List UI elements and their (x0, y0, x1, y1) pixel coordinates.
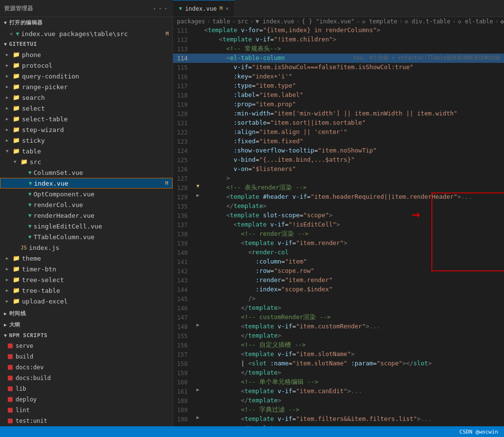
npm-dot (8, 343, 13, 348)
tab-close-icon[interactable]: ✕ (226, 5, 229, 12)
line-142: 142 :row="scope.row" (173, 266, 504, 276)
npm-label-lint: lint (16, 407, 30, 414)
npm-item-test-unit[interactable]: test:unit (0, 416, 173, 426)
tree-item-rendercol-vue[interactable]: ▼ renderCol.vue (0, 199, 173, 210)
tree-item-timer-btn[interactable]: ▶ 📁 timer-btn (0, 264, 173, 274)
line-141: 141 :column="item" (173, 257, 504, 266)
tree-item-upload-excel[interactable]: ▶ 📁 upload-excel (0, 296, 173, 306)
line-143: 143 :render="item.render" (173, 276, 504, 285)
npm-item-docs-dev[interactable]: docs:dev (0, 362, 173, 373)
line-116: 116 :key="index+'i'" (173, 72, 504, 81)
npm-label-docs-build: docs:build (16, 375, 51, 381)
line-156: 156 <!-- 自定义插槽 --> (173, 341, 504, 350)
npm-scripts-header[interactable]: ▼ NPM SCRIPTS (0, 330, 173, 341)
tree-item-step-wizard[interactable]: ▶ 📁 step-wizard (0, 124, 173, 135)
npm-item-serve[interactable]: serve (0, 341, 173, 351)
bottom-bar: CSDN @wocwin (0, 426, 504, 437)
tree-item-theme[interactable]: ▶ 📁 theme (0, 253, 173, 264)
line-121: 121 :sortable="item.sort||item.sortable" (173, 118, 504, 128)
outline-header[interactable]: ▶ 大纲 (0, 319, 173, 330)
tree-item-sticky[interactable]: ▶ 📁 sticky (0, 135, 173, 146)
line-189: 189 <!-- 字典过滤 --> (173, 405, 504, 415)
tree-item-query-condition[interactable]: ▶ 📁 query-condition (0, 71, 173, 81)
line-161: 161 ▶ <template v-if="item.canEdit">... (173, 387, 504, 396)
open-editors-label: 打开的编辑器 (9, 19, 43, 26)
npm-item-docs-build[interactable]: docs:build (0, 373, 173, 383)
npm-dot (8, 386, 13, 391)
tabs-bar: ▼ index.vue M ✕ (173, 0, 504, 17)
line-113: 113 <!-- 常规表头--> (173, 44, 504, 54)
line-136: 136 <template slot-scope="scope"> (173, 211, 504, 220)
chevron-icon: ▼ (4, 20, 7, 25)
line-135: 135 </template> (173, 202, 504, 211)
tree-item-select-table[interactable]: ▶ 📁 select-table (0, 114, 173, 124)
editor-wrapper[interactable]: 111 <template v-for="{item,index} in ren… (173, 26, 504, 426)
npm-item-lib[interactable]: lib (0, 383, 173, 394)
tree-item-src[interactable]: ▼ 📁 src (0, 156, 173, 167)
line-128: 128 ▼ <!-- 表头render渲染 --> (173, 183, 504, 192)
line-124: 124 :show-overflow-tooltip="item.noShowT… (173, 146, 504, 155)
line-145: 145 /> (173, 294, 504, 304)
tree-item-index-vue[interactable]: ▼ index.vue M (0, 178, 173, 189)
line-115: 115 v-if="item.isShowCol===false?item.is… (173, 63, 504, 72)
npm-item-lint[interactable]: lint (0, 405, 173, 416)
giteetui-header[interactable]: ▼ GITEETUI (0, 39, 173, 49)
npm-dot (8, 408, 13, 413)
explorer-title: 资源管理器 (4, 4, 33, 13)
tree-item-optcomponent-vue[interactable]: ▼ OptComponent.vue (0, 189, 173, 199)
tree-item-search[interactable]: ▶ 📁 search (0, 92, 173, 103)
line-146: 146 </template> (173, 304, 504, 313)
npm-label-build: build (16, 353, 33, 360)
vue-file-icon: ▼ (16, 31, 19, 37)
tree-item-phone[interactable]: ▶ 📁 phone (0, 49, 173, 60)
npm-label-test-unit: test:unit (16, 418, 47, 424)
npm-scripts-label: NPM SCRIPTS (9, 332, 48, 339)
tab-index-vue[interactable]: ▼ index.vue M ✕ (173, 0, 235, 17)
line-117: 117 :type="item.type" (173, 81, 504, 91)
line-139: 139 <template v-if="item.render"> (173, 239, 504, 248)
line-193: 193 </template> (173, 424, 504, 426)
tree-item-singleeditcell-vue[interactable]: ▼ singleEditCell.vue (0, 221, 173, 231)
chevron-icon: ▼ (4, 41, 7, 47)
npm-item-deploy[interactable]: deploy (0, 394, 173, 405)
tree-item-renderheader-vue[interactable]: ▼ renderHeader.vue (0, 210, 173, 221)
line-125: 125 v-bind="{...item.bind,...$attrs}" (173, 155, 504, 165)
close-icon[interactable]: ✕ (10, 31, 13, 37)
dots-menu[interactable]: ··· (152, 4, 169, 13)
line-138: 138 <!-- render渲染 --> (173, 229, 504, 239)
line-147: 147 <!-- customRender渲染 --> (173, 313, 504, 322)
editor-area: packages › table › src › ▼ index.vue › {… (173, 17, 504, 426)
tree-item-table[interactable]: ▼ 📁 table (0, 146, 173, 156)
line-190: 190 ▶ <template v-if="item.filters&&item… (173, 415, 504, 424)
tree-item-tree-select[interactable]: ▶ 📁 tree-select (0, 274, 173, 285)
open-file-item[interactable]: ✕ ▼ index.vue packages\table\src M (0, 28, 173, 39)
tree-item-select[interactable]: ▶ 📁 select (0, 103, 173, 114)
open-editors-header[interactable]: ▼ 打开的编辑器 (0, 17, 173, 28)
line-144: 144 :index="scope.$index" (173, 285, 504, 294)
tree-item-ttablecolumn-vue[interactable]: ▼ TTableColumn.vue (0, 231, 173, 242)
line-129: 129 ▶ <template #header v-if="item.heade… (173, 192, 504, 202)
npm-dot (8, 418, 13, 423)
code-editor[interactable]: 111 <template v-for="{item,index} in ren… (173, 26, 504, 426)
tree-item-columnset-vue[interactable]: ▼ ColumnSet.vue (0, 167, 173, 178)
open-file-badge: M (166, 31, 169, 37)
tree-item-protocol[interactable]: ▶ 📁 protocol (0, 60, 173, 71)
sidebar-header: 资源管理器 ··· (0, 4, 173, 13)
sidebar-tree: ▶ 📁 phone ▶ 📁 protocol ▶ 📁 query-conditi… (0, 49, 173, 308)
tree-item-range-picker[interactable]: ▶ 📁 range-picker (0, 81, 173, 92)
npm-dot (8, 354, 13, 359)
npm-label-serve: serve (16, 342, 33, 349)
npm-label-deploy: deploy (16, 396, 37, 403)
tree-item-index-js[interactable]: JS index.js (0, 242, 173, 253)
line-118: 118 :label="item.label" (173, 91, 504, 100)
line-111: 111 <template v-for="{item,index} in ren… (173, 26, 504, 35)
line-140: 140 <render-col (173, 248, 504, 257)
giteetui-label: GITEETUI (9, 41, 37, 47)
line-158: 158 | <slot :name="item.slotName" :param… (173, 359, 504, 368)
npm-item-build[interactable]: build (0, 351, 173, 362)
line-119: 119 :prop="item.prop" (173, 100, 504, 109)
tree-item-tree-table[interactable]: ▶ 📁 tree-table (0, 285, 173, 296)
timeline-header[interactable]: ▶ 时间线 (0, 308, 173, 319)
outline-label: 大纲 (9, 321, 20, 328)
line-112: 112 <template v-if="!item.children"> (173, 35, 504, 44)
